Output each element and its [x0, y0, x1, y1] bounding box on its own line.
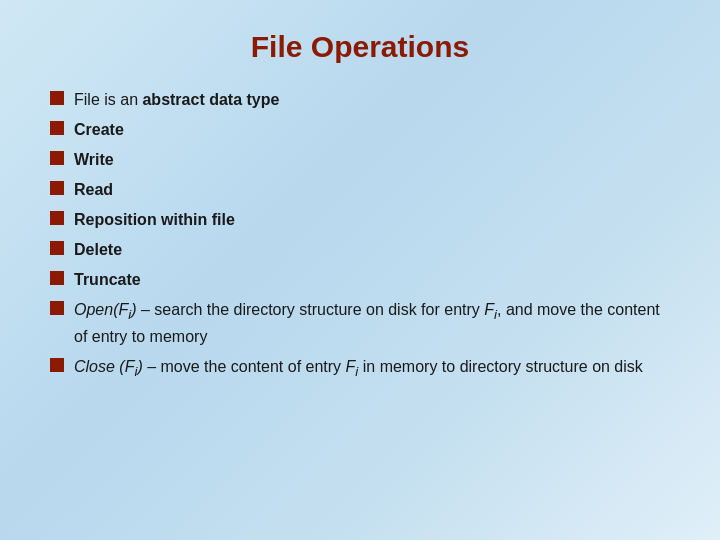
bullet-list: File is an abstract data typeCreateWrite… — [50, 88, 670, 382]
bullet-text-truncate: Truncate — [74, 268, 141, 292]
list-item-create: Create — [50, 118, 670, 142]
bullet-text-write: Write — [74, 148, 114, 172]
bullet-icon — [50, 121, 64, 135]
list-item-read: Read — [50, 178, 670, 202]
bullet-icon — [50, 241, 64, 255]
bullet-icon — [50, 301, 64, 315]
list-item-close: Close (Fi) – move the content of entry F… — [50, 355, 670, 382]
bullet-icon — [50, 91, 64, 105]
list-item-delete: Delete — [50, 238, 670, 262]
bullet-icon — [50, 211, 64, 225]
bullet-text-read: Read — [74, 178, 113, 202]
page-title: File Operations — [251, 30, 469, 64]
bullet-icon — [50, 151, 64, 165]
bullet-text-close: Close (Fi) – move the content of entry F… — [74, 355, 643, 382]
bullet-text-abstract: File is an abstract data type — [74, 88, 279, 112]
list-item-write: Write — [50, 148, 670, 172]
list-item-abstract: File is an abstract data type — [50, 88, 670, 112]
bullet-text-delete: Delete — [74, 238, 122, 262]
bullet-text-open: Open(Fi) – search the directory structur… — [74, 298, 670, 349]
list-item-open: Open(Fi) – search the directory structur… — [50, 298, 670, 349]
bullet-text-create: Create — [74, 118, 124, 142]
bullet-icon — [50, 271, 64, 285]
bullet-icon — [50, 358, 64, 372]
bullet-text-reposition: Reposition within file — [74, 208, 235, 232]
bullet-icon — [50, 181, 64, 195]
list-item-truncate: Truncate — [50, 268, 670, 292]
list-item-reposition: Reposition within file — [50, 208, 670, 232]
